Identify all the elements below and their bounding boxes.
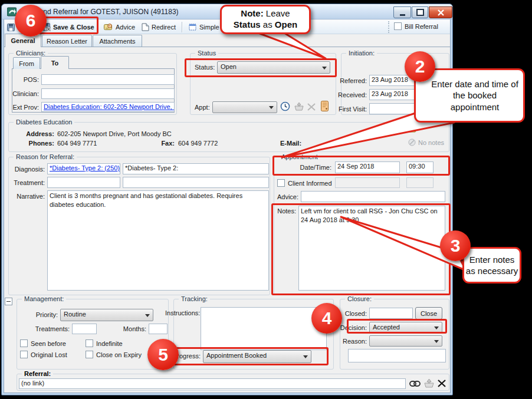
phones-label: Phones: [18,140,54,147]
toolbar-separator-dotted [388,21,389,33]
provider-group-label: Diabetes Education [14,118,74,126]
toolbar-separator [182,22,182,32]
status-group-label: Status [195,50,218,57]
received-label: Received: [330,91,367,98]
annotation-box-progress [168,347,329,365]
advice-field[interactable] [301,191,445,202]
step2-badge: 2 [405,51,435,82]
treatments-label: Treatments: [22,325,70,332]
step5-badge: 5 [147,339,179,370]
email-label: E-Mail: [280,140,301,147]
close-on-expiry-checkbox[interactable] [86,351,93,358]
maximize-button[interactable] [412,6,428,18]
step3-line-1: Enter notes [469,254,515,266]
annotation-box-status [185,58,337,77]
appt-clock-icon[interactable] [280,101,290,111]
fax-value: 604 949 7772 [178,140,218,147]
advice-button[interactable]: Advice [101,21,137,34]
simple-button[interactable]: Simple [186,21,222,34]
link-icon[interactable] [409,380,421,387]
months-label: Months: [116,325,146,332]
original-lost-checkbox[interactable] [20,351,28,358]
instructions-label: Instructions: [165,309,200,316]
annotation-box-datetime [272,156,450,176]
original-lost-label: Original Lost [31,351,67,358]
note-bold-3: Open [275,19,297,29]
treatment-code-field[interactable] [47,177,120,188]
fax-label: Fax: [155,140,175,147]
collapse-toggle[interactable] [5,298,12,305]
tab-from[interactable]: From [13,57,40,69]
closure-reason-combobox[interactable] [369,335,442,347]
pos-label: POS: [14,76,39,83]
close-referral-button[interactable]: Close [415,307,442,319]
treatments-field[interactable] [72,324,97,334]
instructions-field[interactable] [201,307,327,350]
diagnosis-label: Diagnosis: [11,166,45,173]
client-informed-checkbox[interactable] [277,179,285,187]
note-bold-1: Note: [241,8,263,18]
ext-prov-field: Diabetes Education: 602-205 Newport Driv… [41,102,175,112]
maximize-icon [416,9,424,16]
tab-attachments[interactable]: Attachments [93,35,142,47]
closed-field[interactable] [369,308,413,319]
appt-clear-icon[interactable] [307,103,316,111]
advice-label: Advice [116,24,135,31]
send-referral-icon[interactable] [406,123,418,133]
narrative-field[interactable]: Client is 3 months pregnant and has gest… [47,190,269,291]
address-label: Address: [18,130,54,137]
save-icon [7,24,15,31]
closure-group-label: Closure: [345,295,374,302]
tab-to[interactable]: To [41,56,69,69]
delete-icon[interactable] [437,379,446,388]
diagnosis-link[interactable]: *Diabetes- Type 2: (250) [50,164,120,172]
ext-prov-link[interactable]: Diabetes Education: 602-205 Newport Driv… [44,103,175,110]
tab-attachments-label: Attachments [99,38,135,45]
initiation-group-label: Initiation: [346,50,377,57]
client-informed-time-field [406,177,434,188]
referral-link-field[interactable]: (no link) [19,378,406,389]
note-callout-bubble: Note: Leave Status as Open [220,5,311,34]
step3-line-2: as necessary [466,265,518,277]
client-informed-date-field [335,177,400,188]
tab-from-label: From [19,60,34,67]
tab-reason-letter[interactable]: Reason Letter [42,35,92,47]
pos-field[interactable] [41,74,175,85]
clinician-label: Clinician: [9,90,39,97]
appt-combobox[interactable] [212,101,277,113]
treatment-text-field[interactable] [123,177,269,188]
priority-value: Routine [64,311,86,318]
annotation-box-decision [347,319,447,334]
annotation-box-save-close [39,17,98,34]
note-line-1: Note: Leave [241,8,290,19]
months-field[interactable] [149,324,168,334]
send-icon[interactable] [423,379,435,388]
minimize-button[interactable] [393,6,411,18]
clinician-field[interactable] [41,88,175,99]
chevron-down-icon [434,340,439,343]
referred-label: Referred: [330,77,367,84]
bill-referral-checkbox[interactable] [394,22,402,30]
note-bold-2: Status [234,19,261,29]
tab-strip-line [4,47,450,47]
tracking-group-label: Tracking: [179,295,210,302]
appt-send-icon[interactable] [294,103,304,111]
reason-label: Reason: [341,338,367,345]
address-value: 602-205 Newport Drive, Port Moody BC [57,130,172,137]
appt-note-icon[interactable] [321,101,329,111]
redirect-button[interactable]: Redirect [139,21,178,34]
closure-comment-field[interactable] [348,349,446,362]
phones-value: 604 949 7771 [57,140,97,147]
priority-combobox[interactable]: Routine [60,309,153,321]
diagnosis-text-field[interactable]: *Diabetes- Type 2: [123,163,269,174]
indefinite-checkbox[interactable] [86,339,93,347]
narrative-label: Narrative: [11,193,45,200]
simple-icon [189,24,197,31]
close-referral-button-label: Close [421,310,437,317]
seen-before-checkbox[interactable] [20,339,28,347]
reason-group-label: Reason for Referral: [14,153,77,160]
step6-badge: 6 [15,5,47,37]
first-visit-label: First Visit: [330,105,367,113]
close-button[interactable] [429,6,452,18]
note-text-2: as [261,19,275,29]
